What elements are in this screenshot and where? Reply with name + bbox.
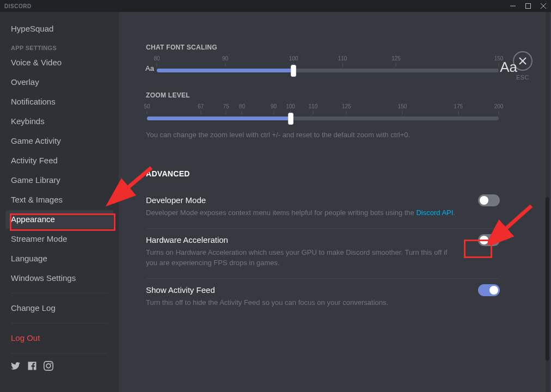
titlebar: DISCORD: [0, 0, 551, 12]
scrollbar-thumb[interactable]: [546, 197, 549, 360]
developer-mode-description: Developer Mode exposes context menu item…: [146, 208, 456, 218]
facebook-icon[interactable]: [27, 361, 37, 373]
sidebar-divider: [11, 353, 108, 353]
font-sample-small: Aa: [145, 64, 154, 72]
sidebar-item-language[interactable]: Language: [5, 249, 113, 268]
slider-tick: 125: [391, 56, 401, 66]
hardware-acceleration-setting: Hardware Acceleration Turns on Hardware …: [146, 229, 500, 279]
zoom-level-slider[interactable]: 5067758090100110125150175200: [146, 103, 500, 124]
sidebar-item-voice-video[interactable]: Voice & Video: [5, 53, 113, 72]
developer-mode-toggle[interactable]: [478, 194, 500, 206]
sidebar-item-change-log[interactable]: Change Log: [5, 299, 113, 317]
hardware-acceleration-description: Turns on Hardware Acceleration which use…: [146, 248, 456, 268]
sidebar-item-log-out[interactable]: Log Out: [5, 329, 113, 347]
sidebar-item-overlay[interactable]: Overlay: [5, 73, 113, 91]
sidebar-item-notifications[interactable]: Notifications: [5, 93, 113, 111]
show-activity-feed-title: Show Activity Feed: [146, 285, 500, 295]
slider-thumb[interactable]: [291, 65, 296, 77]
twitter-icon[interactable]: [11, 361, 21, 373]
slider-tick: 90: [271, 103, 277, 114]
sidebar-item-streamer-mode[interactable]: Streamer Mode: [5, 230, 113, 248]
settings-sidebar: HypeSquad APP SETTINGS Voice & Video Ove…: [0, 12, 119, 392]
sidebar-item-game-library[interactable]: Game Library: [5, 171, 113, 189]
sidebar-divider: [11, 293, 108, 293]
slider-tick: 125: [342, 103, 351, 114]
slider-tick: 110: [309, 103, 318, 114]
slider-tick: 90: [222, 56, 228, 66]
sidebar-divider: [11, 323, 108, 323]
svg-rect-0: [526, 4, 531, 9]
show-activity-feed-toggle[interactable]: [478, 284, 500, 296]
zoom-help-text: You can change the zoom level with ctrl …: [146, 131, 500, 139]
slider-tick: 110: [338, 56, 347, 66]
slider-tick: 80: [154, 56, 160, 66]
sidebar-item-windows-settings[interactable]: Windows Settings: [5, 269, 113, 287]
slider-tick: 150: [494, 56, 504, 66]
sidebar-item-game-activity[interactable]: Game Activity: [5, 132, 113, 150]
window-maximize-button[interactable]: [521, 0, 536, 12]
show-activity-feed-setting: Show Activity Feed Turn this off to hide…: [146, 279, 500, 318]
developer-mode-setting: Developer Mode Developer Mode exposes co…: [146, 189, 500, 229]
sidebar-section-header: APP SETTINGS: [5, 39, 113, 53]
window-minimize-button[interactable]: [505, 0, 521, 12]
slider-tick: 80: [239, 103, 245, 114]
slider-tick: 50: [144, 103, 150, 114]
hardware-acceleration-toggle[interactable]: [478, 234, 500, 246]
sidebar-item-activity-feed[interactable]: Activity Feed: [5, 151, 113, 170]
advanced-heading: ADVANCED: [146, 169, 500, 178]
sidebar-item-appearance[interactable]: Appearance: [5, 210, 113, 229]
hardware-acceleration-title: Hardware Acceleration: [146, 235, 500, 244]
sidebar-item-hypesquad[interactable]: HypeSquad: [5, 20, 113, 38]
show-activity-feed-description: Turn this off to hide the Activity Feed …: [146, 298, 456, 308]
zoom-level-label: ZOOM LEVEL: [146, 91, 500, 99]
slider-tick: 175: [454, 103, 463, 114]
slider-tick: 200: [494, 103, 504, 114]
slider-tick: 150: [398, 103, 407, 114]
slider-thumb[interactable]: [288, 113, 293, 125]
slider-tick: 67: [198, 103, 204, 114]
slider-tick: 75: [223, 103, 229, 114]
app-logo: DISCORD: [4, 3, 32, 9]
sidebar-item-keybinds[interactable]: Keybinds: [5, 112, 113, 131]
chat-font-scaling-slider[interactable]: Aa Aa 8090100110125150: [146, 56, 500, 76]
instagram-icon[interactable]: [44, 361, 53, 373]
window-close-button[interactable]: [536, 0, 551, 12]
discord-api-link[interactable]: Discord API: [416, 209, 453, 217]
sidebar-item-text-images[interactable]: Text & Images: [5, 191, 113, 209]
developer-mode-title: Developer Mode: [146, 195, 500, 205]
chat-font-scaling-label: CHAT FONT SCALING: [146, 44, 500, 51]
